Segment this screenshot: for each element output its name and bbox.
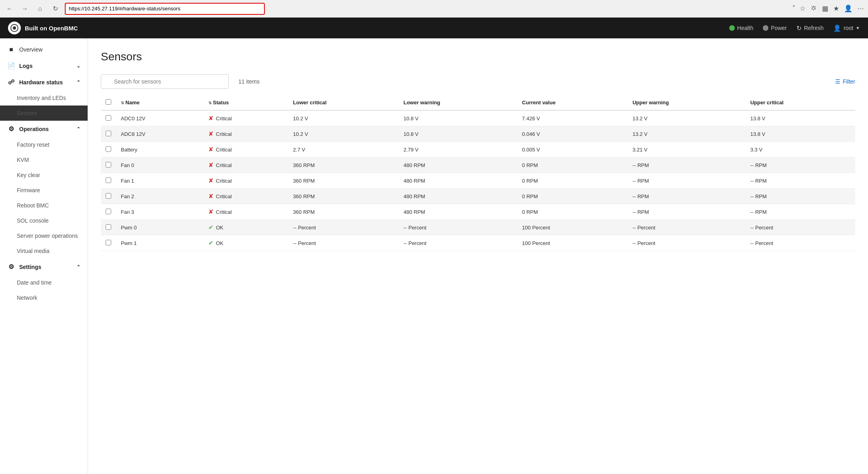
sensor-status: ✘ Critical (204, 189, 288, 204)
sensor-name: Fan 2 (116, 189, 204, 204)
sensor-status: ✘ Critical (204, 110, 288, 126)
sidebar-item-settings[interactable]: ⚙ Settings ⌃ (0, 259, 88, 275)
user-button[interactable]: 👤 root ▼ (833, 24, 860, 32)
sensor-status: ✘ Critical (204, 157, 288, 173)
sidebar-item-inventory-leds[interactable]: Inventory and LEDs (0, 90, 88, 106)
status-icon: ✘ (208, 146, 214, 153)
lower-warning: 10.8 V (399, 126, 517, 142)
select-all-header[interactable] (101, 95, 116, 110)
sidebar-item-kvm[interactable]: KVM (0, 152, 88, 167)
row-checkbox[interactable] (106, 146, 111, 152)
row-checkbox[interactable] (106, 209, 111, 214)
row-checkbox-cell[interactable] (101, 110, 116, 126)
col-name[interactable]: ⇅ Name (116, 95, 204, 110)
table-row: Battery ✘ Critical 2.7 V 2.79 V 0.005 V … (101, 142, 855, 157)
refresh-header-button[interactable]: ↻ Refresh (796, 24, 824, 32)
row-checkbox-cell[interactable] (101, 142, 116, 157)
lower-critical: 10.2 V (288, 110, 399, 126)
lower-critical: 360 RPM (288, 189, 399, 204)
profile-icon[interactable]: 👤 (844, 4, 852, 13)
search-input[interactable] (101, 74, 229, 89)
row-checkbox[interactable] (106, 240, 111, 245)
lower-critical: 10.2 V (288, 126, 399, 142)
row-checkbox-cell[interactable] (101, 220, 116, 235)
sidebar-item-overview[interactable]: ■ Overview (0, 42, 88, 58)
status-text: Critical (216, 131, 232, 137)
logs-icon: 📄 (7, 62, 15, 70)
svg-point-1 (13, 26, 16, 30)
sidebar-item-label: Key clear (17, 172, 40, 178)
sidebar-item-server-power[interactable]: Server power operations (0, 228, 88, 243)
sidebar-item-date-time[interactable]: Date and time (0, 275, 88, 290)
row-checkbox[interactable] (106, 224, 111, 230)
table-row: Fan 2 ✘ Critical 360 RPM 480 RPM 0 RPM -… (101, 189, 855, 204)
row-checkbox-cell[interactable] (101, 173, 116, 189)
sidebar-item-sol-console[interactable]: SOL console (0, 213, 88, 228)
sensor-status: ✘ Critical (204, 173, 288, 189)
status-text: Critical (216, 162, 232, 168)
browser-bar: ← → ⌂ ↻ ﹰ ☆ ⛭ ▦ ★ 👤 ⋯ (0, 0, 868, 18)
row-checkbox-cell[interactable] (101, 204, 116, 220)
sensor-name: Battery (116, 142, 204, 157)
favorites-icon[interactable]: ☆ (800, 4, 806, 13)
overview-icon: ■ (7, 46, 15, 53)
upper-warning: 3.21 V (628, 142, 746, 157)
more-icon[interactable]: ⋯ (857, 4, 864, 13)
sidebar-item-network[interactable]: Network (0, 290, 88, 305)
sidebar-item-label: Settings (19, 264, 41, 270)
row-checkbox[interactable] (106, 162, 111, 167)
extensions-icon[interactable]: ⛭ (810, 4, 817, 13)
row-checkbox-cell[interactable] (101, 189, 116, 204)
table-row: Pwm 0 ✔ OK -- Percent -- Percent 100 Per… (101, 220, 855, 235)
filter-label: Filter (843, 78, 855, 85)
row-checkbox[interactable] (106, 177, 111, 183)
address-bar[interactable] (65, 3, 265, 15)
lower-warning: 480 RPM (399, 173, 517, 189)
lower-critical: -- Percent (288, 220, 399, 235)
sidebar-item-factory-reset[interactable]: Factory reset (0, 137, 88, 152)
col-status[interactable]: ⇅ Status (204, 95, 288, 110)
row-checkbox-cell[interactable] (101, 126, 116, 142)
sidebar-item-virtual-media[interactable]: Virtual media (0, 243, 88, 259)
sidebar-item-hardware-status[interactable]: ☍ Hardware status ⌃ (0, 74, 88, 90)
upper-critical: -- RPM (746, 189, 855, 204)
home-button[interactable]: ⌂ (34, 3, 46, 14)
row-checkbox[interactable] (106, 131, 111, 136)
sidebar-item-sensors[interactable]: Sensors (0, 106, 88, 121)
sidebar-item-logs[interactable]: 📄 Logs ⌄ (0, 58, 88, 74)
sidebar-item-operations[interactable]: ⚙ Operations ⌃ (0, 121, 88, 137)
row-checkbox[interactable] (106, 193, 111, 199)
collections-icon[interactable]: ★ (833, 4, 839, 13)
forward-button[interactable]: → (19, 3, 30, 14)
sort-icon: ⇅ (121, 101, 124, 105)
select-all-checkbox[interactable] (106, 99, 111, 105)
filter-button[interactable]: ☰ Filter (835, 78, 855, 85)
lower-warning: 10.8 V (399, 110, 517, 126)
sidebar-item-key-clear[interactable]: Key clear (0, 167, 88, 183)
upper-critical: 3.3 V (746, 142, 855, 157)
back-button[interactable]: ← (4, 3, 15, 14)
sensor-name: Fan 0 (116, 157, 204, 173)
health-button[interactable]: Health (729, 25, 753, 31)
upper-critical: 13.8 V (746, 126, 855, 142)
col-upper-warning: Upper warning (628, 95, 746, 110)
row-checkbox-cell[interactable] (101, 157, 116, 173)
power-button[interactable]: Power (763, 25, 787, 31)
read-mode-icon[interactable]: ﹰ (793, 4, 795, 13)
app-body: ■ Overview 📄 Logs ⌄ ☍ Hardware status ⌃ … (0, 38, 868, 474)
sidebar-item-label: Hardware status (19, 79, 63, 86)
current-value: 0 RPM (517, 189, 628, 204)
sidebar-item-reboot-bmc[interactable]: Reboot BMC (0, 198, 88, 213)
table-row: Pwm 1 ✔ OK -- Percent -- Percent 100 Per… (101, 235, 855, 251)
sensor-name: Pwm 0 (116, 220, 204, 235)
upper-warning: -- RPM (628, 189, 746, 204)
sidebar-item-label: Date and time (17, 279, 52, 286)
sidebar-item-firmware[interactable]: Firmware (0, 183, 88, 198)
current-value: 0.046 V (517, 126, 628, 142)
sidebar-item-label: Operations (19, 126, 49, 132)
row-checkbox-cell[interactable] (101, 235, 116, 251)
row-checkbox[interactable] (106, 115, 111, 121)
refresh-button[interactable]: ↻ (50, 3, 61, 14)
split-view-icon[interactable]: ▦ (822, 4, 828, 13)
page-title: Sensors (101, 50, 855, 63)
